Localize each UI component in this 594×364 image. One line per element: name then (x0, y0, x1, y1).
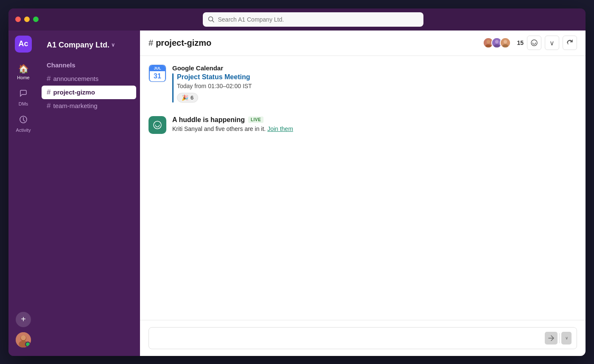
reaction-item[interactable]: 🎉 6 (177, 93, 198, 103)
workspace-chevron-icon: ∨ (111, 42, 115, 48)
svg-line-1 (212, 20, 214, 22)
home-icon: 🏠 (18, 64, 29, 74)
header-right: 15 ∨ (483, 36, 577, 50)
svg-point-16 (154, 121, 161, 129)
gcal-day: 31 (150, 71, 165, 81)
svg-point-13 (504, 40, 507, 43)
svg-point-5 (21, 335, 26, 340)
channel-title-text: project-gizmo (156, 38, 211, 48)
message-input-area: ∨ (140, 320, 586, 356)
sidebar-item-home[interactable]: 🏠 Home (8, 59, 38, 84)
chat-header: # project-gizmo 1 (140, 31, 586, 56)
svg-point-4 (19, 341, 28, 347)
member-avatars[interactable] (483, 37, 511, 48)
svg-point-10 (495, 40, 499, 43)
event-left-bar (172, 73, 174, 103)
dropdown-button[interactable]: ∨ (545, 36, 559, 50)
channel-item-team-marketing[interactable]: # team-marketing (42, 99, 136, 113)
member-count: 15 (517, 39, 524, 46)
dms-icon (19, 89, 28, 100)
hash-icon: # (47, 88, 50, 97)
huddle-button[interactable] (527, 36, 541, 50)
reaction-emoji: 🎉 (182, 94, 188, 101)
close-button[interactable] (15, 17, 21, 22)
search-input[interactable] (218, 16, 418, 23)
live-badge: LIVE (248, 117, 263, 123)
chevron-down-icon: ∨ (549, 39, 555, 47)
message-input[interactable] (154, 335, 545, 342)
send-options-button[interactable]: ∨ (561, 332, 572, 345)
channel-sidebar: A1 Company Ltd. ∨ Channels # announcemen… (38, 31, 140, 356)
event-title-link[interactable]: Project Status Meeting (177, 73, 577, 81)
svg-point-7 (487, 40, 490, 43)
traffic-lights (15, 17, 39, 22)
huddle-content: A huddle is happening LIVE Kriti Sanyal … (172, 116, 577, 134)
channel-item-announcements[interactable]: # announcements (42, 72, 136, 86)
chat-area: # project-gizmo 1 (140, 31, 586, 356)
channel-title-hash: # (148, 38, 153, 48)
chevron-down-icon: ∨ (565, 336, 568, 340)
messages-area: JUL 31 Google Calendar Project Status Me… (140, 56, 586, 320)
activity-icon (19, 115, 28, 126)
reaction-count: 6 (191, 94, 193, 101)
huddle-description: Kriti Sanyal and five others are in it. … (172, 125, 577, 132)
channel-item-project-gizmo[interactable]: # project-gizmo (42, 86, 136, 99)
avatar-face (16, 332, 31, 347)
huddle-message: A huddle is happening LIVE Kriti Sanyal … (148, 116, 577, 134)
main-content: Ac 🏠 Home DMs (8, 31, 586, 356)
search-bar[interactable] (203, 12, 423, 27)
calendar-message: JUL 31 Google Calendar Project Status Me… (148, 64, 577, 103)
refresh-button[interactable] (563, 36, 577, 50)
input-divider (559, 333, 560, 343)
join-huddle-link[interactable]: Join them (267, 125, 293, 132)
svg-point-15 (531, 40, 537, 46)
add-button[interactable]: + (16, 312, 31, 327)
calendar-message-content: Google Calendar Project Status Meeting T… (172, 64, 577, 103)
reaction-area: 🎉 6 (177, 93, 577, 103)
event-time: Today from 01:30–02:00 IST (177, 83, 577, 89)
event-info: Project Status Meeting Today from 01:30–… (177, 73, 577, 103)
maximize-button[interactable] (33, 17, 39, 22)
huddle-icon (148, 116, 166, 134)
user-avatar[interactable] (16, 332, 31, 347)
hash-icon: # (47, 75, 50, 83)
search-icon (208, 16, 215, 23)
channel-title: # project-gizmo (148, 38, 211, 48)
gcal-month: JUL (150, 65, 165, 71)
app-window: Ac 🏠 Home DMs (8, 8, 586, 356)
svg-point-14 (503, 44, 509, 47)
huddle-title-row: A huddle is happening LIVE (172, 116, 577, 124)
sidebar-item-activity[interactable]: Activity (8, 111, 38, 137)
svg-point-11 (494, 44, 500, 47)
minimize-button[interactable] (24, 17, 30, 22)
huddle-title: A huddle is happening (172, 116, 245, 124)
dms-label: DMs (19, 101, 28, 106)
calendar-sender: Google Calendar (172, 64, 577, 72)
icon-sidebar: Ac 🏠 Home DMs (8, 31, 38, 356)
home-label: Home (17, 75, 29, 80)
event-details: Project Status Meeting Today from 01:30–… (172, 73, 577, 103)
workspace-icon[interactable]: Ac (15, 36, 32, 53)
google-calendar-icon: JUL 31 (148, 64, 166, 82)
sidebar-item-dms[interactable]: DMs (8, 84, 38, 111)
channels-section-label: Channels (42, 60, 136, 72)
send-button[interactable] (545, 332, 558, 345)
hash-icon: # (47, 102, 50, 110)
title-bar (8, 8, 586, 31)
member-avatar-3 (500, 37, 511, 48)
activity-label: Activity (16, 128, 31, 133)
message-input-box: ∨ (148, 327, 577, 349)
svg-point-8 (486, 44, 492, 47)
workspace-name[interactable]: A1 Company Ltd. ∨ (42, 37, 136, 53)
